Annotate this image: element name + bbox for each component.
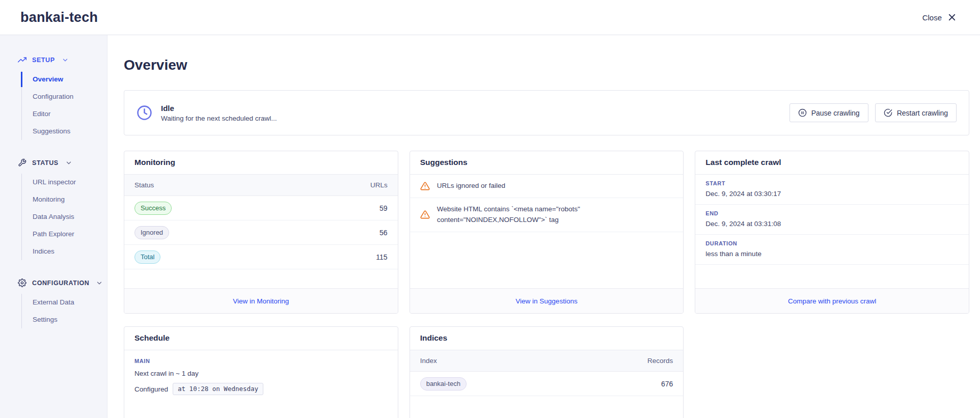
suggestions-card-footer: View in Suggestions <box>410 288 684 313</box>
nav-items-setup: Overview Configuration Editor Suggestion… <box>21 71 107 140</box>
suggestions-card: Suggestions URLs ignored or failed Websi… <box>410 151 684 314</box>
next-crawl-text: Next crawl in ~ 1 day <box>134 370 388 377</box>
sidebar-item-suggestions[interactable]: Suggestions <box>22 123 107 140</box>
chevron-down-icon <box>62 57 69 64</box>
close-button-label: Close <box>922 13 942 22</box>
empty-grid-cell <box>695 326 969 418</box>
nav-group-label: SETUP <box>32 57 55 64</box>
suggestion-text: URLs ignored or failed <box>437 181 505 191</box>
sidebar-item-settings[interactable]: Settings <box>22 311 107 328</box>
crawl-duration-field: DURATION less than a minute <box>695 235 969 265</box>
indices-card: Indices Index Records bankai-tech 676 <box>410 326 684 418</box>
nav-group-status: STATUS URL inspector Monitoring Data Ana… <box>18 158 107 260</box>
pause-crawling-button[interactable]: Pause crawling <box>790 103 868 122</box>
table-row: bankai-tech 676 <box>410 372 684 396</box>
sidebar-item-indices[interactable]: Indices <box>22 243 107 260</box>
status-badge-total: Total <box>134 250 160 264</box>
compare-previous-crawl-link[interactable]: Compare with previous crawl <box>788 297 876 305</box>
column-records: Records <box>647 357 673 365</box>
restart-check-icon <box>884 108 892 117</box>
pause-crawling-label: Pause crawling <box>811 109 860 117</box>
restart-crawling-button[interactable]: Restart crawling <box>875 103 957 122</box>
sidebar-item-monitoring[interactable]: Monitoring <box>22 191 107 208</box>
column-urls: URLs <box>370 181 388 189</box>
chevron-down-icon <box>96 280 103 287</box>
total-url-count: 115 <box>376 253 387 261</box>
duration-value: less than a minute <box>705 250 959 258</box>
status-badge-ignored: Ignored <box>134 226 169 239</box>
monitoring-card-title: Monitoring <box>124 151 398 175</box>
warning-triangle-icon <box>420 181 430 191</box>
nav-group-configuration-header[interactable]: CONFIGURATION <box>18 278 107 287</box>
schedule-card: Schedule MAIN Next crawl in ~ 1 day Conf… <box>124 326 398 418</box>
restart-crawling-label: Restart crawling <box>897 109 948 117</box>
schedule-cron-chip: at 10:28 on Wednesday <box>173 383 263 395</box>
top-bar: bankai-tech Close <box>0 0 980 35</box>
start-value: Dec. 9, 2024 at 03:30:17 <box>705 190 959 198</box>
nav-items-status: URL inspector Monitoring Data Analysis P… <box>21 174 107 260</box>
duration-label: DURATION <box>705 240 959 246</box>
column-status: Status <box>134 181 154 189</box>
banner-text: Idle Waiting for the next scheduled craw… <box>161 104 277 122</box>
page-title: Overview <box>124 57 969 73</box>
end-value: Dec. 9, 2024 at 03:31:08 <box>705 220 959 228</box>
banner-actions: Pause crawling Restart crawling <box>790 103 957 122</box>
nav-group-status-header[interactable]: STATUS <box>18 158 107 167</box>
configured-line: Configured at 10:28 on Wednesday <box>134 383 388 395</box>
chevron-down-icon <box>65 159 72 166</box>
sidebar-item-editor[interactable]: Editor <box>22 105 107 123</box>
sidebar: SETUP Overview Configuration Editor Sugg… <box>0 35 107 418</box>
suggestions-card-title: Suggestions <box>410 151 684 175</box>
indices-card-title: Indices <box>410 327 684 350</box>
nav-group-label: STATUS <box>32 159 59 166</box>
view-in-suggestions-link[interactable]: View in Suggestions <box>515 297 577 305</box>
sidebar-item-external-data[interactable]: External Data <box>22 294 107 311</box>
crawl-end-field: END Dec. 9, 2024 at 03:31:08 <box>695 205 969 235</box>
crawl-start-field: START Dec. 9, 2024 at 03:30:17 <box>695 175 969 205</box>
sidebar-item-overview[interactable]: Overview <box>22 71 107 88</box>
index-records-count: 676 <box>661 380 673 388</box>
sidebar-item-url-inspector[interactable]: URL inspector <box>22 174 107 191</box>
wrench-icon <box>18 158 26 167</box>
trending-up-icon <box>18 55 26 64</box>
monitoring-card-footer: View in Monitoring <box>124 288 398 313</box>
nav-group-configuration: CONFIGURATION External Data Settings <box>18 278 107 328</box>
schedule-body: MAIN Next crawl in ~ 1 day Configured at… <box>124 350 398 403</box>
crawler-state-message: Waiting for the next scheduled crawl... <box>161 115 277 122</box>
crawler-state-label: Idle <box>161 104 277 113</box>
close-button[interactable]: Close <box>919 12 960 22</box>
success-url-count: 59 <box>379 204 388 212</box>
table-row: Total 115 <box>124 245 398 269</box>
schedule-main-label: MAIN <box>134 358 388 364</box>
cards-row-2: Schedule MAIN Next crawl in ~ 1 day Conf… <box>124 326 969 418</box>
start-label: START <box>705 180 959 186</box>
index-name-badge: bankai-tech <box>420 377 467 391</box>
status-badge-success: Success <box>134 202 172 215</box>
nav-group-setup: SETUP Overview Configuration Editor Sugg… <box>18 55 107 140</box>
monitoring-card: Monitoring Status URLs Success 59 Ignore… <box>124 151 398 314</box>
nav-items-configuration: External Data Settings <box>21 294 107 328</box>
close-icon <box>947 13 957 22</box>
list-item: URLs ignored or failed <box>410 175 684 198</box>
pause-circle-icon <box>798 108 807 117</box>
indices-table-header: Index Records <box>410 350 684 372</box>
crawler-status-banner: Idle Waiting for the next scheduled craw… <box>124 90 969 135</box>
last-crawl-card: Last complete crawl START Dec. 9, 2024 a… <box>695 151 969 314</box>
sidebar-item-path-explorer[interactable]: Path Explorer <box>22 226 107 243</box>
schedule-card-title: Schedule <box>124 327 398 350</box>
sidebar-item-data-analysis[interactable]: Data Analysis <box>22 208 107 226</box>
view-in-monitoring-link[interactable]: View in Monitoring <box>233 297 289 305</box>
gear-icon <box>18 278 26 287</box>
warning-triangle-icon <box>420 210 430 219</box>
ignored-url-count: 56 <box>379 229 388 237</box>
main-content: Overview Idle Waiting for the next sched… <box>107 35 980 418</box>
cards-row-1: Monitoring Status URLs Success 59 Ignore… <box>124 151 969 314</box>
sidebar-item-configuration[interactable]: Configuration <box>22 88 107 105</box>
monitoring-table-header: Status URLs <box>124 175 398 196</box>
last-crawl-card-title: Last complete crawl <box>695 151 969 175</box>
clock-icon <box>137 105 152 121</box>
configured-label: Configured <box>134 385 168 393</box>
table-row: Ignored 56 <box>124 220 398 245</box>
suggestion-text: Website HTML contains `<meta name="robot… <box>437 204 673 226</box>
nav-group-setup-header[interactable]: SETUP <box>18 55 107 64</box>
